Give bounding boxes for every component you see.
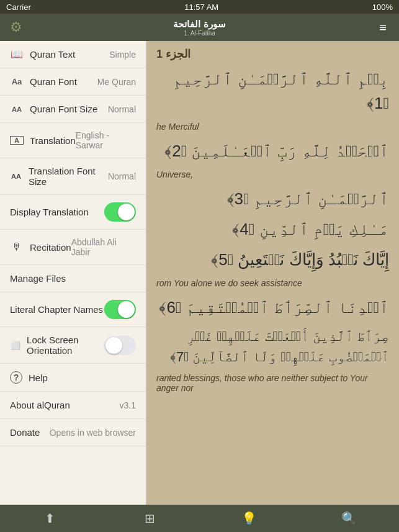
verse-5-arabic: إِيَّاكَ نَعۡبُدُ وَإِيَّاكَ نَسۡتَعِينُ…: [156, 248, 389, 272]
display-translation-toggle[interactable]: [104, 202, 136, 222]
bookmark-icon[interactable]: ⊞: [137, 511, 162, 526]
header: ⚙ سورة الفاتحة 1. Al-Fatiha ≡: [0, 14, 399, 41]
translation-font-size-label: Translation Font Size: [29, 166, 108, 187]
surah-subtitle: 1. Al-Fatiha: [184, 30, 215, 37]
sidebar-item-help[interactable]: ? Help: [0, 364, 146, 392]
juz-label: الجزء 1: [156, 47, 389, 61]
carrier-label: Carrier: [6, 2, 31, 12]
header-center: سورة الفاتحة 1. Al-Fatiha: [27, 19, 372, 37]
help-icon: ?: [10, 371, 22, 384]
sidebar-item-translation-font-size[interactable]: AA Translation Font Size Normal: [0, 158, 146, 195]
main-content: 📖 Quran Text Simple Aa Quran Font Me Qur…: [0, 41, 399, 505]
translation-font-size-value: Normal: [108, 171, 136, 181]
quran-font-size-icon: AA: [10, 106, 24, 113]
translation-icon: A: [10, 136, 24, 145]
quran-text-label: Quran Text: [30, 49, 75, 60]
translation-value: English - Sarwar: [76, 130, 136, 150]
sidebar-item-quran-font[interactable]: Aa Quran Font Me Quran: [0, 68, 146, 96]
translation-label: Translation: [30, 135, 76, 146]
verse-5-translation: rom You alone we do seek assistance: [156, 278, 389, 288]
verse-2-arabic: ٱلۡحَمۡدُ لِلَّهِ رَبِّ ٱلۡعَـٰلَمِينَ ﴿…: [156, 139, 389, 163]
verse-4-arabic: مَـٰلِكِ يَوۡمِ ٱلدِّينِ ﴿4﴾: [156, 217, 389, 241]
sidebar-item-about[interactable]: About alQuran v3.1: [0, 392, 146, 419]
toggle-knob-2: [118, 301, 135, 318]
sidebar: 📖 Quran Text Simple Aa Quran Font Me Qur…: [0, 41, 146, 505]
search-icon[interactable]: 🔍: [337, 511, 362, 526]
lock-screen-toggle[interactable]: [104, 336, 136, 355]
quran-content: الجزء 1 بِسۡمِ ٱللَّهِ ٱلرَّحۡمَـٰنِ ٱلر…: [146, 41, 399, 505]
lock-screen-label: Lock Screen Orientation: [27, 335, 104, 356]
sidebar-item-recitation[interactable]: 🎙 Recitation Abdullah Ali Jabir: [0, 230, 146, 265]
toggle-knob-3: [105, 337, 122, 354]
surah-title: سورة الفاتحة: [173, 19, 225, 30]
help-label: Help: [29, 372, 48, 383]
translation-font-size-icon: AA: [10, 173, 22, 180]
quran-font-size-label: Quran Font Size: [30, 104, 97, 114]
display-translation-label: Display Translation: [10, 207, 89, 217]
sidebar-item-translation[interactable]: A Translation English - Sarwar: [0, 123, 146, 158]
toggle-knob: [118, 204, 135, 220]
sidebar-item-quran-font-size[interactable]: AA Quran Font Size Normal: [0, 96, 146, 123]
quran-font-size-value: Normal: [108, 104, 136, 114]
verse-7-arabic: صِرَٲطَ ٱلَّذِينَ أَنۡعَمۡتَ عَلَيۡهِمۡ …: [156, 326, 389, 367]
quran-font-icon: Aa: [10, 77, 24, 86]
share-icon[interactable]: ⬆: [37, 511, 62, 526]
verse-1-translation: he Merciful: [156, 122, 389, 132]
lightbulb-icon[interactable]: 💡: [237, 511, 262, 526]
lock-screen-icon: ⬜: [10, 341, 20, 350]
sidebar-item-lock-screen-orientation[interactable]: ⬜ Lock Screen Orientation: [0, 327, 146, 364]
donate-label: Donate: [10, 427, 40, 438]
quran-font-value: Me Quran: [97, 77, 136, 87]
verse-1-arabic: بِسۡمِ ٱللَّهِ ٱلرَّحۡمَـٰنِ ٱلرَّحِيمِ …: [156, 67, 389, 115]
battery-label: 100%: [372, 2, 393, 12]
literal-chapter-names-label: Literal Chapter Names: [10, 304, 103, 315]
about-value: v3.1: [120, 400, 136, 410]
quran-font-label: Quran Font: [30, 76, 77, 87]
sidebar-item-literal-chapter-names[interactable]: Literal Chapter Names: [0, 292, 146, 327]
verse-2-translation: Universe,: [156, 169, 389, 179]
recitation-icon: 🎙: [10, 241, 24, 253]
verse-6-arabic: ٱهۡدِنَا ٱلصِّرَٲطَ ٱلۡمُسۡتَقِيمَ ﴿6﴾: [156, 295, 389, 320]
literal-chapter-names-toggle[interactable]: [104, 300, 136, 319]
quran-text-value: Simple: [109, 50, 136, 60]
manage-files-label: Manage Files: [10, 273, 66, 284]
recitation-label: Recitation: [30, 242, 71, 253]
verse-3-arabic: ٱلرَّحۡمَـٰنِ ٱلرَّحِيمِ ﴿3﴾: [156, 187, 389, 211]
sidebar-item-manage-files[interactable]: Manage Files: [0, 265, 146, 292]
about-label: About alQuran: [10, 400, 70, 410]
recitation-value: Abdullah Ali Jabir: [71, 237, 136, 257]
sidebar-item-donate[interactable]: Donate Opens in web browser: [0, 419, 146, 446]
status-bar: Carrier 11:57 AM 100%: [0, 0, 399, 14]
sidebar-item-quran-text[interactable]: 📖 Quran Text Simple: [0, 41, 146, 68]
verse-7-translation: ranted blessings, those who are neither …: [156, 373, 389, 393]
time-label: 11:57 AM: [184, 2, 218, 12]
menu-icon[interactable]: ≡: [372, 20, 394, 35]
bottom-toolbar: ⬆ ⊞ 💡 🔍: [0, 505, 399, 532]
quran-text-icon: 📖: [10, 48, 24, 60]
donate-value: Opens in web browser: [50, 428, 136, 438]
sidebar-item-display-translation[interactable]: Display Translation: [0, 195, 146, 230]
settings-icon[interactable]: ⚙: [5, 19, 27, 35]
